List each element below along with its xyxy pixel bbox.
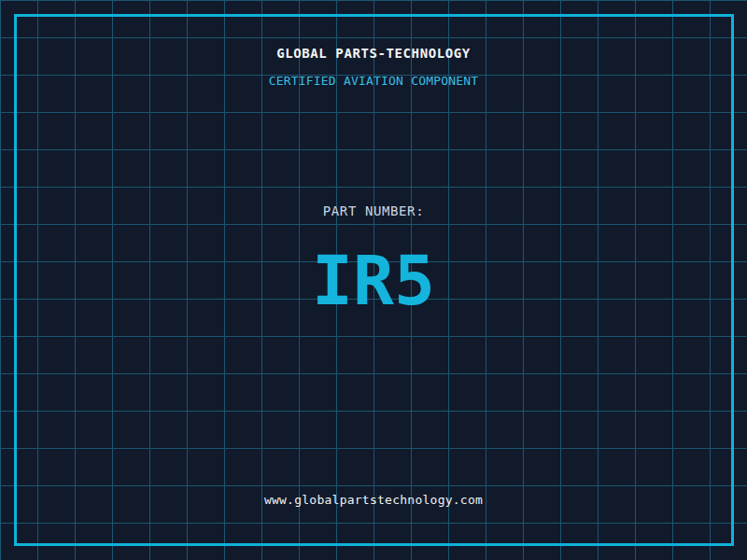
brand-title: GLOBAL PARTS-TECHNOLOGY [0, 47, 747, 60]
certification-subtitle: CERTIFIED AVIATION COMPONENT [0, 75, 747, 87]
website-url: www.globalpartstechnology.com [0, 494, 747, 506]
part-number-value: IR5 [0, 246, 747, 315]
part-number-label: PART NUMBER: [0, 204, 747, 217]
blueprint-label: GLOBAL PARTS-TECHNOLOGY CERTIFIED AVIATI… [0, 0, 747, 560]
